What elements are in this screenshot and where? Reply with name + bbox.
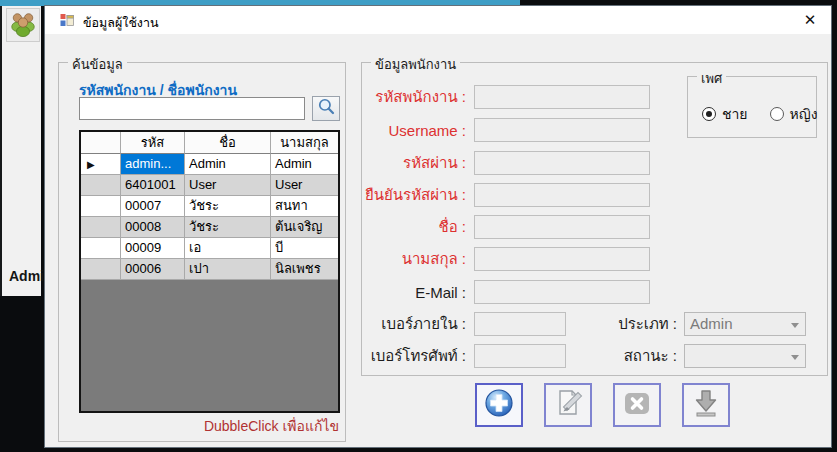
add-button[interactable] [475,383,523,427]
plus-circle-icon [483,387,515,423]
status-label: สถานะ : [612,344,684,368]
employee-code-field[interactable] [474,85,650,109]
cell-code[interactable]: 6401001 [121,175,185,196]
password-label: รหัสผ่าน : [364,151,474,175]
user-data-dialog: ข้อมูลผู้ใช้งาน ✕ ค้นข้อมูล รหัสพนักงาน … [44,5,832,448]
users-table[interactable]: รหัส ชื่อ นามสกุล ▶ admin... Admin Admin… [79,130,340,413]
table-row[interactable]: 00007 วัชระ สนทา [81,196,338,217]
email-label: E-Mail : [364,284,474,301]
cell-lastname[interactable]: User [271,175,338,196]
username-label: Username : [364,122,474,139]
lastname-label: นามสกุล : [364,247,474,271]
cell-lastname[interactable]: Admin [271,154,338,175]
firstname-label: ชื่อ : [364,215,474,239]
firstname-field[interactable] [474,215,650,239]
cell-firstname[interactable]: User [185,175,271,196]
users-toolbar-button[interactable] [6,8,40,42]
gender-group-title: เพศ [697,68,726,89]
cell-firstname[interactable]: Admin [185,154,271,175]
status-dropdown[interactable] [684,344,806,368]
email-field[interactable] [474,280,650,304]
magnifier-icon [317,97,336,120]
employee-code-label: รหัสพนักงาน : [364,85,474,109]
download-arrow-icon [690,387,722,423]
type-dropdown[interactable]: Admin [684,312,806,336]
cell-lastname[interactable]: ต้นเจริญ [271,217,338,238]
search-input[interactable] [79,97,305,120]
chevron-down-icon [791,323,799,328]
form-app-icon [59,12,75,28]
delete-button[interactable] [613,383,661,427]
cell-lastname[interactable]: นิลเพชร [271,259,338,280]
chevron-down-icon [791,355,799,360]
table-row[interactable]: 00008 วัชระ ต้นเจริญ [81,217,338,238]
phone-field[interactable] [474,344,566,368]
dialog-title: ข้อมูลผู้ใช้งาน [83,13,159,33]
cell-firstname[interactable]: เปา [185,259,271,280]
cell-code[interactable]: 00009 [121,238,185,259]
search-groupbox: ค้นข้อมูล รหัสพนักงาน / ชื่อพนักงาน รหัส… [58,62,346,442]
confirm-password-field[interactable] [474,183,650,207]
column-header-code: รหัส [121,132,185,154]
type-label: ประเภท : [612,312,684,336]
edit-button[interactable] [544,383,592,427]
lastname-field[interactable] [474,247,650,271]
close-icon[interactable]: ✕ [799,10,821,30]
cell-code[interactable]: 00008 [121,217,185,238]
column-header-lastname: นามสกุล [271,132,338,154]
save-button[interactable] [682,383,730,427]
table-row[interactable]: 00006 เปา นิลเพชร [81,259,338,280]
internal-phone-field[interactable] [474,312,566,336]
search-group-title: ค้นข้อมูล [68,54,127,75]
username-field[interactable] [474,118,650,142]
table-row[interactable]: ▶ admin... Admin Admin [81,154,338,175]
table-header-row: รหัส ชื่อ นามสกุล [81,132,338,154]
radio-male-label: ชาย [722,103,748,125]
background-admin-label: Admin [2,268,43,284]
gender-groupbox: เพศ ชาย หญิง [687,76,817,138]
cell-firstname[interactable]: วัชระ [185,196,271,217]
dialog-titlebar: ข้อมูลผู้ใช้งาน ✕ [45,6,831,34]
column-header-firstname: ชื่อ [185,132,271,154]
users-group-icon [8,8,38,42]
phone-label: เบอร์โทรศัพท์ : [364,344,474,368]
search-button[interactable] [312,96,340,121]
employee-groupbox: ข้อมูลพนักงาน รหัสพนักงาน : Username : ร… [361,62,828,376]
cell-lastname[interactable]: สนทา [271,196,338,217]
radio-female[interactable] [770,107,784,121]
employee-group-title: ข้อมูลพนักงาน [371,54,460,75]
radio-male[interactable] [702,107,716,121]
edit-pencil-icon [552,387,584,423]
current-row-arrow-icon: ▶ [87,159,95,170]
internal-phone-label: เบอร์ภายใน : [364,312,474,336]
table-row[interactable]: 00009 เอ บี [81,238,338,259]
cell-code[interactable]: 00006 [121,259,185,280]
cell-firstname[interactable]: วัชระ [185,217,271,238]
table-row[interactable]: 6401001 User User [81,175,338,196]
doubleclick-hint: DubbleClick เพื่อแก้ไข [204,415,339,437]
cell-lastname[interactable]: บี [271,238,338,259]
radio-female-label: หญิง [790,103,818,125]
cell-firstname[interactable]: เอ [185,238,271,259]
cell-code[interactable]: admin... [121,154,185,175]
selector-column-header [81,132,121,154]
password-field[interactable] [474,151,650,175]
confirm-password-label: ยืนยันรหัสผ่าน : [364,183,474,207]
background-side-panel: Admin [0,6,41,296]
delete-x-icon [621,387,653,423]
cell-code[interactable]: 00007 [121,196,185,217]
